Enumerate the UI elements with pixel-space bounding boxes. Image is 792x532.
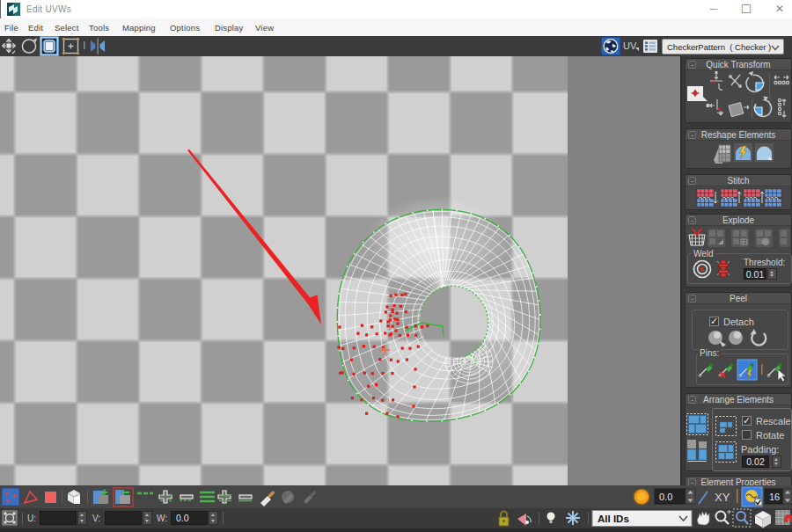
svg-text:All IDs: All IDs xyxy=(598,514,629,524)
svg-text:XY: XY xyxy=(715,491,730,504)
svg-text:0.0: 0.0 xyxy=(659,492,672,502)
svg-text:16: 16 xyxy=(769,492,780,502)
